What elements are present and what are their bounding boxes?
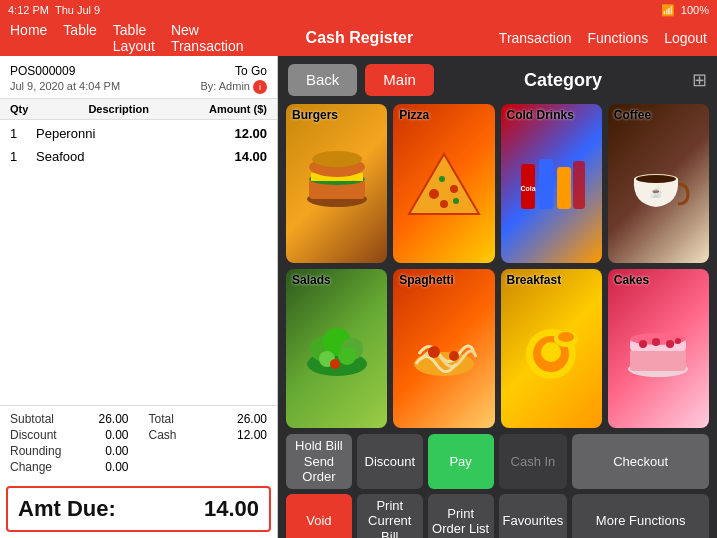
svg-point-30	[449, 351, 459, 361]
item-name-0: Peperonni	[36, 126, 95, 141]
amt-due-label: Amt Due:	[18, 496, 116, 522]
cash-value: 12.00	[227, 428, 267, 442]
receipt-item-0[interactable]: 1 Peperonni 12.00	[10, 126, 267, 141]
nav-table-layout[interactable]: Table Layout	[113, 22, 155, 54]
svg-text:Cola: Cola	[521, 185, 536, 192]
receipt-order-meta: Jul 9, 2020 at 4:04 PM By: Admin i	[10, 80, 267, 94]
svg-point-19	[636, 175, 676, 183]
cash-label: Cash	[149, 428, 177, 442]
receipt-order-info: POS000009 To Go	[10, 64, 267, 78]
category-spaghetti[interactable]: Spaghetti	[393, 269, 494, 428]
change-value: 0.00	[89, 460, 129, 474]
favourites-button[interactable]: Favourites	[499, 494, 568, 538]
breakfast-illustration	[511, 314, 591, 384]
nav-new-transaction[interactable]: New Transaction	[171, 22, 244, 54]
burgers-illustration	[297, 149, 377, 219]
category-cakes-label: Cakes	[614, 273, 649, 287]
back-button[interactable]: Back	[288, 64, 357, 96]
svg-point-43	[675, 338, 681, 344]
svg-point-8	[429, 189, 439, 199]
category-cold-drinks[interactable]: Cold Drinks Cola	[501, 104, 602, 263]
category-title: Category	[442, 70, 684, 91]
category-breakfast-label: Breakfast	[507, 273, 562, 287]
main-content: POS000009 To Go Jul 9, 2020 at 4:04 PM B…	[0, 56, 717, 538]
category-salads[interactable]: Salads	[286, 269, 387, 428]
pizza-illustration	[404, 149, 484, 219]
cash-in-button[interactable]: Cash In	[499, 434, 568, 489]
receipt-header: POS000009 To Go Jul 9, 2020 at 4:04 PM B…	[0, 56, 277, 99]
total-row: Total 26.00	[149, 412, 268, 426]
receipt-item-1[interactable]: 1 Seafood 14.00	[10, 149, 267, 164]
status-day: Thu Jul 9	[55, 4, 100, 16]
category-coffee-label: Coffee	[614, 108, 651, 122]
category-grid: Burgers Pizza	[278, 104, 717, 428]
more-functions-button[interactable]: More Functions	[572, 494, 709, 538]
nav-table[interactable]: Table	[63, 22, 96, 54]
amt-due-bar: Amt Due: 14.00	[6, 486, 271, 532]
item-amount-1: 14.00	[234, 149, 267, 164]
change-row: Change 0.00	[10, 460, 129, 474]
spaghetti-illustration	[404, 314, 484, 384]
subtotal-row: Subtotal 26.00	[10, 412, 129, 426]
nav-logout[interactable]: Logout	[664, 30, 707, 46]
category-pizza-label: Pizza	[399, 108, 429, 122]
nav-right: Transaction Functions Logout	[475, 30, 707, 46]
category-salads-label: Salads	[292, 273, 331, 287]
svg-point-9	[450, 185, 458, 193]
col-description: Description	[88, 103, 149, 115]
status-bar: 4:12 PM Thu Jul 9 📶 100%	[0, 0, 717, 20]
total-value: 26.00	[227, 412, 267, 426]
svg-point-40	[639, 340, 647, 348]
category-breakfast[interactable]: Breakfast	[501, 269, 602, 428]
svg-point-29	[428, 346, 440, 358]
discount-button[interactable]: Discount	[357, 434, 423, 489]
wifi-icon: 📶	[661, 4, 675, 17]
discount-value: 0.00	[89, 428, 129, 442]
salads-illustration	[297, 314, 377, 384]
svg-point-35	[558, 332, 574, 342]
grid-icon[interactable]: ⊞	[692, 69, 707, 91]
nav-home[interactable]: Home	[10, 22, 47, 54]
receipt-totals: Subtotal 26.00 Discount 0.00 Rounding 0.…	[0, 405, 277, 482]
category-coffee[interactable]: Coffee ☕	[608, 104, 709, 263]
cakes-illustration	[618, 314, 698, 384]
nav-functions[interactable]: Functions	[587, 30, 648, 46]
svg-point-27	[330, 359, 340, 369]
category-spaghetti-label: Spaghetti	[399, 273, 454, 287]
total-label: Total	[149, 412, 174, 426]
discount-label: Discount	[10, 428, 57, 442]
order-date: Jul 9, 2020 at 4:04 PM	[10, 80, 120, 94]
discount-row: Discount 0.00	[10, 428, 129, 442]
order-type: To Go	[235, 64, 267, 78]
nav-left: Home Table Table Layout New Transaction	[10, 22, 244, 54]
main-button[interactable]: Main	[365, 64, 434, 96]
cash-row: Cash 12.00	[149, 428, 268, 442]
status-right: 📶 100%	[661, 4, 709, 17]
item-qty-1: 1	[10, 149, 26, 164]
void-button[interactable]: Void	[286, 494, 352, 538]
svg-rect-15	[539, 159, 553, 209]
nav-transaction[interactable]: Transaction	[499, 30, 572, 46]
checkout-button[interactable]: Checkout	[572, 434, 709, 489]
receipt-col-headers: Qty Description Amount ($)	[0, 99, 277, 120]
status-left: 4:12 PM Thu Jul 9	[8, 4, 100, 16]
col-amount: Amount ($)	[209, 103, 267, 115]
right-top-controls: Back Main Category ⊞	[278, 56, 717, 104]
action-buttons: Hold BillSend Order Discount Pay Cash In…	[278, 428, 717, 538]
svg-point-5	[312, 151, 362, 167]
print-order-list-button[interactable]: Print Order List	[428, 494, 494, 538]
receipt-items: 1 Peperonni 12.00 1 Seafood 14.00	[0, 120, 277, 405]
item-qty-0: 1	[10, 126, 26, 141]
print-current-bill-button[interactable]: Print Current Bill	[357, 494, 423, 538]
pay-button[interactable]: Pay	[428, 434, 494, 489]
category-burgers[interactable]: Burgers	[286, 104, 387, 263]
category-pizza[interactable]: Pizza	[393, 104, 494, 263]
hold-bill-button[interactable]: Hold BillSend Order	[286, 434, 352, 489]
svg-point-41	[652, 338, 660, 346]
category-cakes[interactable]: Cakes	[608, 269, 709, 428]
svg-point-11	[439, 176, 445, 182]
svg-rect-37	[630, 349, 686, 371]
col-qty: Qty	[10, 103, 28, 115]
info-icon: i	[253, 80, 267, 94]
change-label: Change	[10, 460, 52, 474]
